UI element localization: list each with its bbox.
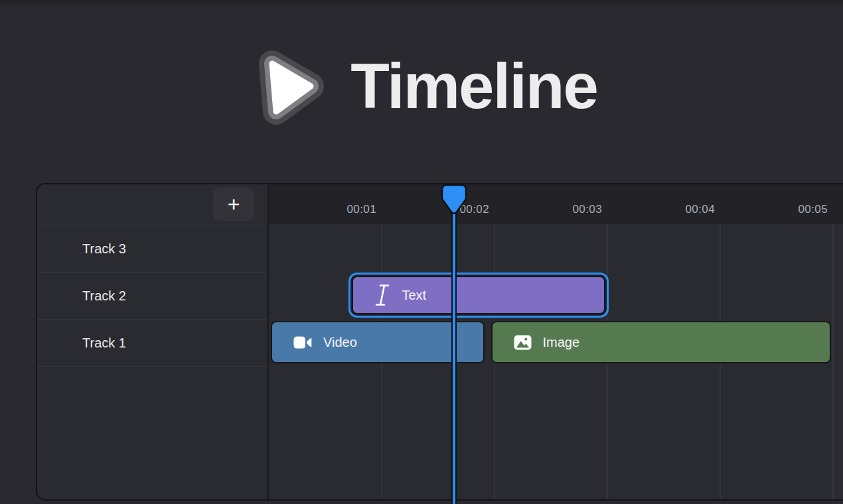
time-ruler[interactable]: 00:0100:0200:0300:0400:05 [269,184,843,224]
track-label: Track 3 [82,241,126,257]
timeline-area[interactable]: 00:0100:0200:0300:0400:05 Text Video Ima… [269,184,843,499]
app-title: Timeline [350,50,597,123]
window-top-edge [0,0,843,5]
text-italic-icon [374,283,390,307]
ruler-tick-label: 00:02 [382,184,495,224]
clip-label: Text [402,288,426,303]
app-header: Timeline [0,42,843,130]
track-row-track-1: Track 1 [37,320,268,367]
track-label: Track 2 [82,288,126,304]
playhead-handle[interactable] [441,184,467,218]
clip-image[interactable]: Image [491,321,832,363]
play-logo-icon [246,42,331,130]
image-icon [514,335,532,350]
grid-line [832,184,834,499]
ruler-tick-label: 00:04 [607,184,720,224]
sidebar-header: + [37,184,268,225]
track-list: Track 3Track 2Track 1 [37,225,268,367]
ruler-tick-label: 00:01 [269,184,382,224]
track-sidebar: + Track 3Track 2Track 1 [37,184,269,499]
clip-label: Image [543,335,580,350]
clip-text[interactable]: Text [352,276,605,314]
timeline-panel: + Track 3Track 2Track 1 00:0100:0200:030… [36,183,843,501]
ruler-tick-label: 00:05 [720,184,833,224]
track-row-track-2: Track 2 [37,273,268,320]
track-label: Track 1 [82,336,126,351]
playhead-line [451,184,457,504]
track-row-track-3: Track 3 [37,225,268,273]
ruler-tick-label: 00:03 [495,184,607,224]
add-track-button[interactable]: + [213,188,254,221]
video-camera-icon [293,336,312,349]
clip-label: Video [323,335,357,350]
